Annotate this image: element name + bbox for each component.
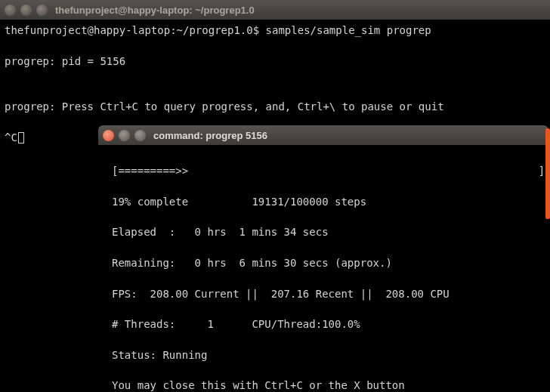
remaining-line: Remaining: 0 hrs 6 mins 30 secs (approx.… — [112, 257, 392, 269]
progrep-window: command: progrep 5156 [=========>> ] 19%… — [98, 125, 548, 392]
main-titlebar[interactable]: thefunproject@happy-laptop: ~/progrep1.0 — [0, 0, 550, 20]
progrep-window-title: command: progrep 5156 — [153, 130, 267, 141]
scroll-handle[interactable] — [545, 128, 550, 219]
close-icon[interactable] — [5, 5, 16, 16]
minimize-icon[interactable] — [119, 130, 130, 141]
maximize-icon[interactable] — [36, 5, 48, 16]
fps-line: FPS: 208.00 Current || 207.16 Recent || … — [112, 288, 450, 300]
close-hint-line: You may close this with Ctrl+C or the X … — [112, 379, 405, 391]
close-icon[interactable] — [103, 130, 114, 141]
cursor-icon — [18, 132, 24, 144]
threads-line: # Threads: 1 CPU/Thread:100.0% — [112, 318, 360, 330]
pid-line: progrep: pid = 5156 — [5, 55, 125, 67]
main-window-title: thefunproject@happy-laptop: ~/progrep1.0 — [55, 5, 255, 16]
hint-line: progrep: Press Ctrl+C to query progress,… — [5, 100, 444, 113]
maximize-icon[interactable] — [134, 130, 146, 141]
ctrlc-line: ^C — [5, 131, 17, 144]
progrep-titlebar[interactable]: command: progrep 5156 — [98, 125, 548, 145]
percent-complete-line: 19% complete 19131/100000 steps — [112, 196, 366, 208]
progress-bar-line: [=========>> ] — [112, 165, 545, 177]
prompt-line: thefunproject@happy-laptop:~/progrep1.0$… — [5, 24, 431, 36]
status-line: Status: Running — [112, 349, 207, 361]
minimize-icon[interactable] — [20, 5, 32, 16]
progrep-terminal-body[interactable]: [=========>> ] 19% complete 19131/100000… — [98, 145, 548, 392]
elapsed-line: Elapsed : 0 hrs 1 mins 34 secs — [112, 226, 329, 238]
